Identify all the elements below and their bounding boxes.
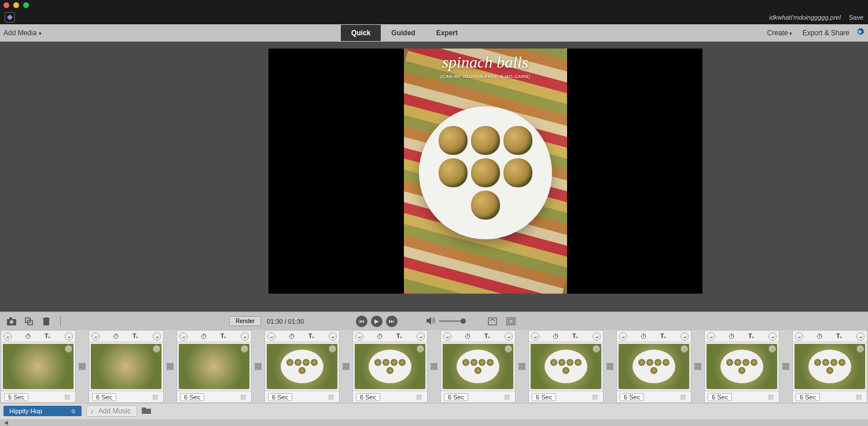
minimize-window-button[interactable] (13, 2, 19, 8)
clip-text-icon[interactable]: T» (484, 332, 491, 340)
snapshot-icon[interactable] (6, 316, 17, 327)
clip-thumbnail[interactable]: ⌄ (267, 344, 337, 389)
safe-margins-icon[interactable] (505, 316, 517, 327)
timeline-clip[interactable]: ⌄⏱T»⌄⌄5 Sec▨ (1, 330, 76, 403)
clip-in-dropdown[interactable]: ⌄ (531, 332, 539, 340)
create-menu[interactable]: Create (767, 29, 792, 37)
clip-duration[interactable]: 6 Sec (180, 393, 204, 401)
clip-out-dropdown[interactable]: ⌄ (329, 332, 337, 340)
render-button[interactable]: Render (229, 316, 261, 326)
timeline-clip-strip[interactable]: ⌄⏱T»⌄⌄5 Sec▨⌄⏱T»⌄⌄6 Sec▨⌄⏱T»⌄⌄6 Sec▨⌄⏱T»… (0, 330, 868, 403)
clip-text-icon[interactable]: T» (396, 332, 403, 340)
clip-in-dropdown[interactable]: ⌄ (267, 332, 275, 340)
clip-timer-icon[interactable]: ⏱ (816, 333, 823, 340)
volume-slider[interactable] (439, 320, 466, 322)
clip-thumbnail[interactable]: ⌄ (91, 344, 161, 389)
clip-thumbnail[interactable]: ⌄ (531, 344, 601, 389)
clip-settings-icon[interactable]: ⌄ (768, 345, 776, 353)
timeline-clip[interactable]: ⌄⏱T»⌄⌄6 Sec▨ (616, 330, 692, 403)
clip-out-dropdown[interactable]: ⌄ (65, 332, 73, 340)
timeline-clip[interactable]: ⌄⏱T»⌄⌄6 Sec▨ (352, 330, 428, 403)
clip-settings-icon[interactable]: ⌄ (681, 345, 688, 353)
clip-out-dropdown[interactable]: ⌄ (593, 332, 601, 340)
clip-settings-icon[interactable]: ⌄ (153, 345, 160, 353)
tab-guided[interactable]: Guided (381, 25, 425, 41)
transition-slot[interactable] (516, 330, 528, 403)
clip-text-icon[interactable]: T» (133, 332, 139, 340)
clip-in-dropdown[interactable]: ⌄ (91, 332, 100, 340)
fullscreen-preview-icon[interactable] (487, 316, 498, 327)
clip-duration[interactable]: 6 Sec (532, 393, 556, 401)
transition-slot[interactable] (604, 330, 616, 403)
clip-timer-icon[interactable]: ⏱ (113, 333, 119, 340)
clip-duration[interactable]: 6 Sec (796, 393, 820, 401)
clip-settings-icon[interactable]: ⌄ (856, 345, 864, 353)
clip-timer-icon[interactable]: ⏱ (641, 333, 647, 340)
transition-slot[interactable] (780, 330, 792, 403)
clip-duration[interactable]: 6 Sec (92, 393, 116, 401)
prev-frame-button[interactable]: ⏮ (356, 316, 367, 327)
transition-slot[interactable] (340, 330, 352, 403)
clip-duration[interactable]: 6 Sec (356, 393, 380, 401)
transition-slot[interactable] (692, 330, 704, 403)
clip-thumbnail[interactable]: ⌄ (707, 344, 777, 389)
clip-in-dropdown[interactable]: ⌄ (3, 332, 12, 340)
clip-timer-icon[interactable]: ⏱ (729, 333, 735, 340)
add-media-button[interactable]: Add Media (0, 29, 42, 37)
clip-out-dropdown[interactable]: ⌄ (241, 332, 249, 340)
clip-duration[interactable]: 6 Sec (620, 393, 644, 401)
tab-quick[interactable]: Quick (341, 25, 381, 41)
trash-icon[interactable] (41, 316, 52, 327)
timeline-clip[interactable]: ⌄⏱T»⌄⌄6 Sec▨ (176, 330, 252, 403)
transition-slot[interactable] (76, 330, 88, 403)
timeline-clip[interactable]: ⌄⏱T»⌄⌄6 Sec▨ (89, 330, 164, 403)
clip-out-dropdown[interactable]: ⌄ (856, 332, 865, 340)
music-folder-icon[interactable] (142, 406, 151, 416)
clip-thumbnail[interactable]: ⌄ (179, 344, 249, 389)
clip-text-icon[interactable]: T» (836, 332, 843, 340)
clip-in-dropdown[interactable]: ⌄ (443, 332, 451, 340)
clip-duration[interactable]: 6 Sec (708, 393, 732, 401)
clip-thumbnail[interactable]: ⌄ (355, 344, 425, 389)
zoom-window-button[interactable] (23, 2, 29, 8)
clip-settings-icon[interactable]: ⌄ (417, 345, 424, 353)
clip-settings-icon[interactable]: ⌄ (65, 345, 72, 353)
clip-thumbnail[interactable]: ⌄ (3, 344, 73, 389)
clip-in-dropdown[interactable]: ⌄ (355, 332, 363, 340)
export-share-button[interactable]: Export & Share (803, 29, 849, 37)
timeline-clip[interactable]: ⌄⏱T»⌄⌄6 Sec▨ (264, 330, 340, 403)
timeline-clip[interactable]: ⌄⏱T»⌄⌄6 Sec▨ (792, 330, 867, 403)
play-button[interactable]: ▶ (371, 316, 382, 327)
clip-settings-icon[interactable]: ⌄ (241, 345, 248, 353)
clip-settings-icon[interactable]: ⌄ (593, 345, 600, 353)
add-music-button[interactable]: ♪Add Music (86, 405, 137, 417)
clip-settings-icon[interactable]: ⌄ (329, 345, 336, 353)
clip-text-icon[interactable]: T» (660, 332, 667, 340)
save-button[interactable]: Save (849, 14, 863, 21)
clip-thumbnail[interactable]: ⌄ (443, 344, 513, 389)
clip-thumbnail[interactable]: ⌄ (795, 344, 865, 389)
clip-in-dropdown[interactable]: ⌄ (619, 332, 627, 340)
clip-in-dropdown[interactable]: ⌄ (179, 332, 187, 340)
clip-timer-icon[interactable]: ⏱ (553, 333, 559, 340)
clip-timer-icon[interactable]: ⏱ (377, 333, 383, 340)
close-window-button[interactable] (3, 2, 9, 8)
clip-timer-icon[interactable]: ⏱ (465, 333, 471, 340)
tab-expert[interactable]: Expert (426, 25, 468, 41)
clip-duration[interactable]: 5 Sec (4, 393, 28, 401)
clip-text-icon[interactable]: T» (748, 332, 755, 340)
clip-in-dropdown[interactable]: ⌄ (707, 332, 715, 340)
timeline-clip[interactable]: ⌄⏱T»⌄⌄6 Sec▨ (440, 330, 516, 403)
clip-out-dropdown[interactable]: ⌄ (505, 332, 513, 340)
clip-out-dropdown[interactable]: ⌄ (681, 332, 689, 340)
clip-duration[interactable]: 6 Sec (444, 393, 468, 401)
transition-slot[interactable] (252, 330, 264, 403)
clip-timer-icon[interactable]: ⏱ (25, 333, 31, 340)
clip-thumbnail[interactable]: ⌄ (619, 344, 689, 389)
clip-timer-icon[interactable]: ⏱ (289, 333, 295, 340)
next-frame-button[interactable]: ⏭ (386, 316, 398, 327)
volume-icon[interactable] (426, 317, 436, 326)
preview-video-frame[interactable]: spinach balls (CAN BE GLUTEN-FREE & NO-C… (404, 49, 567, 294)
timeline-clip[interactable]: ⌄⏱T»⌄⌄6 Sec▨ (704, 330, 779, 403)
clip-text-icon[interactable]: T» (220, 332, 227, 340)
